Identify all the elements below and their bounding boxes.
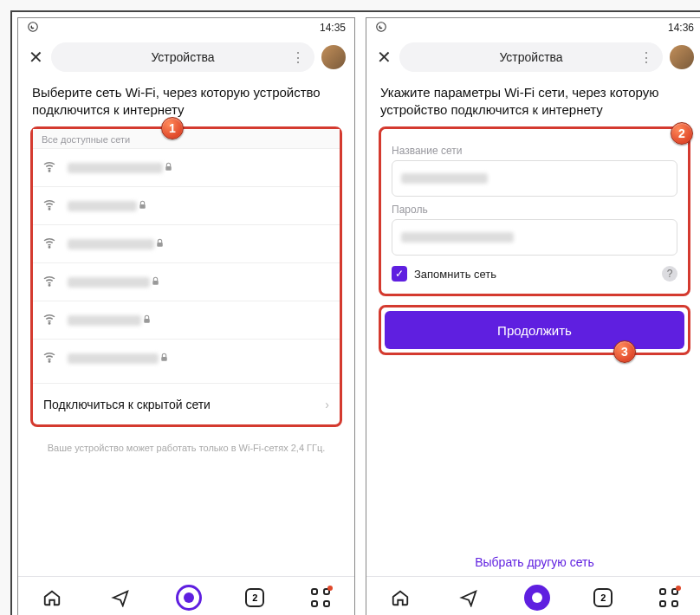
network-row[interactable] — [33, 149, 340, 187]
network-name-label: Название сети — [392, 145, 677, 157]
clock: 14:35 — [320, 22, 346, 34]
close-icon[interactable]: ✕ — [27, 47, 44, 68]
send-icon[interactable] — [457, 586, 481, 610]
password-label: Пароль — [392, 204, 677, 216]
step-badge-2: 2 — [671, 122, 693, 145]
svg-rect-12 — [161, 357, 167, 361]
hidden-network-label: Подключиться к скрытой сети — [43, 398, 211, 411]
send-icon[interactable] — [108, 586, 133, 610]
wifi-icon — [42, 235, 57, 254]
svg-rect-4 — [139, 204, 146, 208]
app-header: ✕ Устройства ⋮ — [366, 37, 700, 77]
wifi-icon — [42, 159, 57, 178]
svg-point-5 — [49, 246, 50, 248]
header-pill[interactable]: Устройства ⋮ — [51, 42, 314, 72]
svg-point-0 — [29, 22, 38, 31]
avatar[interactable] — [321, 45, 346, 69]
lock-icon — [137, 198, 148, 214]
network-name — [68, 315, 141, 326]
network-name — [68, 277, 150, 288]
wifi-icon — [42, 197, 57, 216]
svg-point-3 — [49, 208, 50, 210]
password-value — [401, 232, 514, 243]
tabs-count[interactable]: 2 — [245, 588, 264, 607]
apps-icon[interactable] — [657, 586, 681, 610]
svg-point-11 — [49, 361, 50, 363]
remember-checkbox[interactable]: ✓ — [392, 266, 407, 282]
help-icon[interactable]: ? — [662, 266, 677, 282]
chevron-right-icon: › — [325, 398, 329, 411]
wifi-icon — [42, 273, 57, 292]
lock-icon — [163, 160, 174, 176]
page-heading: Выберите сеть Wi-Fi, через которую устро… — [30, 77, 342, 126]
password-field[interactable] — [392, 219, 677, 256]
network-row[interactable] — [33, 263, 340, 301]
network-name-field[interactable] — [392, 160, 677, 197]
phone-screen-1: 14:35 ✕ Устройства ⋮ Выберите сеть Wi-Fi… — [17, 17, 355, 615]
wifi-icon — [42, 311, 57, 330]
network-row[interactable] — [33, 225, 340, 263]
status-bar: 14:35 — [18, 18, 354, 37]
hidden-network-row[interactable]: Подключиться к скрытой сети › — [33, 383, 340, 424]
whatsapp-icon — [27, 21, 39, 36]
svg-rect-2 — [165, 165, 172, 170]
bottom-nav: 2 — [366, 576, 700, 615]
step-badge-3: 3 — [613, 340, 636, 363]
remember-label: Запомнить сеть — [414, 268, 496, 281]
clock: 14:36 — [668, 22, 694, 34]
network-row[interactable] — [33, 301, 340, 340]
svg-point-1 — [49, 170, 50, 172]
alice-icon[interactable] — [176, 585, 202, 611]
status-bar: 14:36 — [366, 18, 700, 37]
lock-icon — [141, 313, 152, 328]
screenshot-pair: 14:35 ✕ Устройства ⋮ Выберите сеть Wi-Fi… — [10, 10, 700, 615]
header-title: Устройства — [499, 50, 562, 64]
wifi-icon — [42, 349, 57, 368]
lock-icon — [154, 236, 165, 252]
step-badge-1: 1 — [161, 117, 184, 139]
network-name-value — [401, 173, 488, 184]
more-icon[interactable]: ⋮ — [639, 49, 652, 66]
svg-point-13 — [377, 22, 386, 31]
alice-icon[interactable] — [524, 585, 550, 611]
phone-screen-2: 14:36 ✕ Устройства ⋮ Укажите параметры W… — [366, 17, 700, 615]
header-pill[interactable]: Устройства ⋮ — [399, 42, 663, 72]
svg-rect-8 — [152, 280, 159, 284]
content-area: Выберите сеть Wi-Fi, через которую устро… — [18, 77, 354, 615]
tabs-count[interactable]: 2 — [593, 588, 612, 607]
remember-row: ✓ Запомнить сеть ? — [392, 266, 677, 282]
home-icon[interactable] — [40, 586, 64, 610]
whatsapp-icon — [375, 21, 387, 36]
svg-point-7 — [49, 284, 50, 286]
header-title: Устройства — [151, 50, 214, 64]
footnote: Ваше устройство может работать только в … — [30, 427, 342, 484]
svg-rect-6 — [157, 242, 163, 246]
content-area: Укажите параметры Wi-Fi сети, через кото… — [366, 77, 700, 615]
cta-panel: Продолжить 3 — [379, 305, 690, 355]
lock-icon — [159, 351, 170, 366]
page-heading: Укажите параметры Wi-Fi сети, через кото… — [379, 77, 690, 126]
close-icon[interactable]: ✕ — [375, 47, 392, 68]
lock-icon — [150, 275, 161, 290]
network-name — [68, 201, 137, 211]
more-icon[interactable]: ⋮ — [291, 49, 304, 66]
network-row[interactable] — [33, 187, 340, 225]
network-name — [68, 239, 154, 249]
wifi-form: 2 Название сети Пароль ✓ Запомнить сеть … — [379, 126, 690, 296]
avatar[interactable] — [670, 45, 694, 69]
networks-panel: 1 Все доступные сети Подключиться к скры… — [30, 126, 342, 427]
svg-rect-10 — [144, 318, 150, 322]
home-icon[interactable] — [388, 586, 412, 610]
list-header: Все доступные сети — [33, 129, 340, 149]
network-row[interactable] — [33, 340, 340, 378]
network-name — [68, 353, 159, 364]
bottom-nav: 2 — [18, 576, 354, 615]
svg-point-9 — [49, 322, 50, 324]
network-name — [68, 163, 163, 173]
network-list — [33, 149, 340, 378]
apps-icon[interactable] — [308, 586, 333, 610]
continue-button[interactable]: Продолжить — [385, 311, 684, 349]
app-header: ✕ Устройства ⋮ — [18, 37, 354, 77]
